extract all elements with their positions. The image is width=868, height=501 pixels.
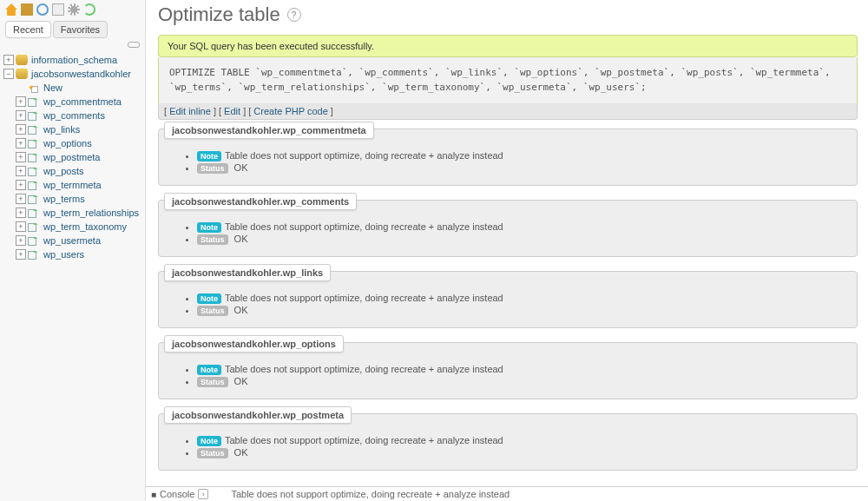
navigation-sidebar: Recent Favorites + information_schema − …	[0, 0, 146, 501]
note-row: NoteTable does not support optimize, doi…	[197, 435, 843, 445]
table-icon	[28, 235, 40, 246]
table-label: wp_commentmeta	[43, 95, 122, 109]
collapse-icon[interactable]: −	[3, 69, 14, 79]
new-table-node[interactable]: New	[3, 81, 145, 95]
table-label: wp_terms	[43, 192, 85, 206]
expand-icon[interactable]: +	[16, 138, 26, 148]
expand-icon[interactable]: +	[16, 124, 26, 135]
nav-link-icon[interactable]	[128, 42, 140, 48]
table-label: wp_usermeta	[43, 234, 101, 247]
edit-inline-link[interactable]: Edit inline	[169, 106, 211, 116]
expand-icon[interactable]: +	[16, 249, 26, 260]
db-node-information-schema[interactable]: + information_schema	[3, 53, 145, 67]
status-badge: Status	[197, 234, 228, 245]
optimize-result-panel: jacobsonwestandkohler.wp_commentsNoteTab…	[158, 200, 858, 257]
new-label: New	[43, 81, 62, 95]
help-icon[interactable]: ?	[287, 8, 301, 22]
table-node[interactable]: +wp_links	[3, 122, 145, 136]
panel-title: jacobsonwestandkohler.wp_commentmeta	[164, 122, 374, 139]
table-icon	[28, 221, 40, 232]
table-node[interactable]: +wp_postmeta	[3, 150, 145, 164]
create-php-link[interactable]: Create PHP code	[253, 106, 327, 116]
table-label: wp_term_relationships	[43, 206, 139, 220]
tab-recent[interactable]: Recent	[5, 21, 51, 38]
table-node[interactable]: +wp_terms	[3, 192, 145, 206]
note-row: NoteTable does not support optimize, doi…	[197, 293, 843, 303]
note-text: Table does not support optimize, doing r…	[225, 150, 503, 161]
table-node[interactable]: +wp_comments	[3, 109, 145, 122]
db-node-jacobsonwestandkohler[interactable]: − jacobsonwestandkohler	[3, 67, 145, 81]
optimize-result-panel: jacobsonwestandkohler.wp_commentmetaNote…	[158, 129, 858, 186]
table-label: wp_links	[43, 122, 80, 136]
nav-tabs: Recent Favorites	[0, 19, 145, 42]
note-text: Table does not support optimize, doing r…	[225, 293, 503, 303]
optimize-result-panel: jacobsonwestandkohler.wp_postmetaNoteTab…	[158, 413, 858, 471]
note-row: NoteTable does not support optimize, doi…	[197, 364, 843, 374]
expand-icon[interactable]: +	[16, 96, 26, 107]
expand-icon[interactable]: +	[16, 194, 26, 204]
optimize-result-panel: jacobsonwestandkohler.wp_linksNoteTable …	[158, 271, 858, 328]
expand-icon[interactable]: +	[16, 221, 26, 232]
database-icon	[16, 69, 28, 79]
status-badge: Status	[197, 377, 228, 387]
tree-spacer	[16, 82, 26, 93]
note-badge: Note	[197, 293, 221, 304]
status-text: OK	[232, 376, 248, 386]
main-content: Optimize table ? Your SQL query has been…	[146, 0, 868, 501]
table-node[interactable]: +wp_term_relationships	[3, 206, 145, 220]
expand-icon[interactable]: +	[16, 208, 26, 218]
table-icon	[28, 208, 40, 218]
table-icon	[28, 138, 40, 148]
status-text: OK	[232, 447, 248, 458]
docs-icon[interactable]	[36, 3, 49, 16]
nav-settings-icon[interactable]	[52, 3, 64, 16]
bookmark-icon: ■	[151, 490, 156, 499]
console-expand-icon[interactable]: ›	[198, 489, 208, 499]
page-title: Optimize table ?	[158, 3, 858, 26]
table-node[interactable]: +wp_posts	[3, 164, 145, 178]
expand-icon[interactable]: +	[16, 235, 26, 246]
console-bar[interactable]: ■ Console › Table does not support optim…	[146, 486, 868, 501]
tab-favorites[interactable]: Favorites	[53, 21, 108, 38]
status-row: Status OK	[197, 305, 843, 315]
table-icon	[28, 166, 40, 176]
note-badge: Note	[197, 365, 221, 375]
new-icon	[28, 82, 40, 93]
note-text: Table does not support optimize, doing r…	[225, 221, 503, 232]
note-badge: Note	[197, 222, 221, 233]
expand-icon[interactable]: +	[16, 152, 26, 162]
table-node[interactable]: +wp_users	[3, 247, 145, 261]
table-icon	[28, 152, 40, 162]
table-icon	[28, 96, 40, 107]
table-node[interactable]: +wp_usermeta	[3, 234, 145, 247]
table-label: wp_postmeta	[43, 150, 100, 164]
panel-title: jacobsonwestandkohler.wp_options	[164, 335, 344, 353]
panel-title: jacobsonwestandkohler.wp_links	[164, 264, 331, 281]
sql-action-links: [ Edit inline ] [ Edit ] [ Create PHP co…	[158, 103, 858, 120]
status-text: OK	[232, 305, 248, 315]
reload-icon[interactable]	[83, 3, 95, 16]
expand-icon[interactable]: +	[16, 110, 26, 121]
status-badge: Status	[197, 448, 228, 458]
expand-icon[interactable]: +	[16, 180, 26, 190]
table-node[interactable]: +wp_termmeta	[3, 178, 145, 192]
note-text: Table does not support optimize, doing r…	[225, 364, 503, 374]
expand-icon[interactable]: +	[16, 166, 26, 176]
status-row: Status OK	[197, 234, 843, 244]
note-row: NoteTable does not support optimize, doi…	[197, 150, 843, 161]
table-node[interactable]: +wp_term_taxonomy	[3, 220, 145, 234]
panel-title: jacobsonwestandkohler.wp_postmeta	[164, 406, 352, 424]
table-icon	[28, 124, 40, 135]
home-icon[interactable]	[5, 3, 17, 16]
logout-icon[interactable]	[21, 3, 33, 16]
expand-icon[interactable]: +	[3, 55, 14, 65]
table-node[interactable]: +wp_commentmeta	[3, 95, 145, 109]
note-badge: Note	[197, 436, 221, 446]
status-badge: Status	[197, 163, 228, 174]
table-node[interactable]: +wp_options	[3, 136, 145, 150]
console-label: Console	[160, 489, 194, 499]
gear-icon[interactable]	[68, 3, 80, 16]
edit-link[interactable]: Edit	[224, 106, 240, 116]
table-icon	[28, 180, 40, 190]
table-label: wp_users	[43, 247, 84, 261]
